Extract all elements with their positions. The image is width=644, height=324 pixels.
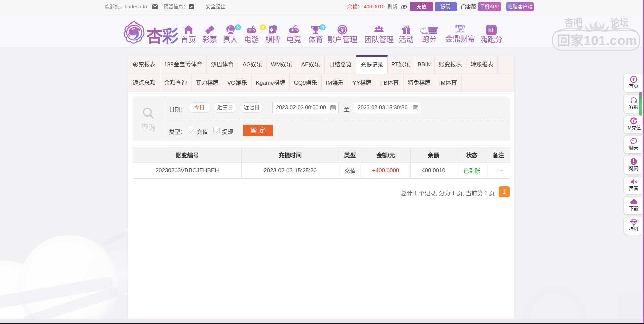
svg-text:hi: hi [488,27,493,34]
